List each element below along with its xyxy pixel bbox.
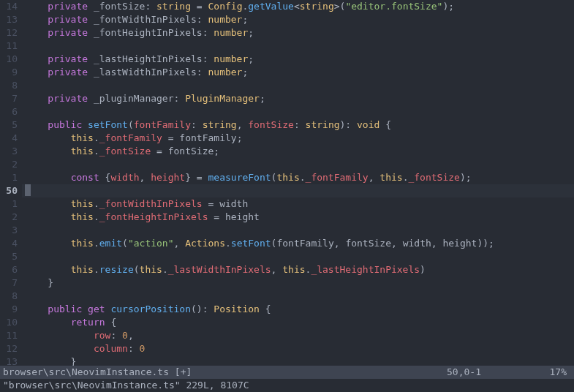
token [88, 53, 94, 64]
code-line[interactable]: const {width, height} = measureFont(this… [22, 171, 574, 184]
code-line[interactable]: public setFont(fontFamily: string, fontS… [22, 118, 574, 132]
token [25, 67, 48, 78]
token-prop: column [94, 343, 128, 354]
code-line[interactable]: this.resize(this._lastWidthInPixels, thi… [22, 263, 574, 276]
line-number: 8 [0, 290, 18, 303]
line-number: 8 [0, 79, 18, 92]
token-prop: width [110, 172, 139, 183]
code-line[interactable]: return { [22, 316, 574, 329]
token-id: height [225, 211, 260, 222]
code-line[interactable] [22, 250, 574, 263]
token: : [203, 53, 214, 64]
token-fn: resize [99, 264, 134, 275]
code-line[interactable]: this._fontSize = fontSize; [22, 145, 574, 158]
code-line[interactable]: private _fontSize: string = Config.getVa… [22, 0, 574, 13]
token [25, 146, 71, 157]
token-kw: private [48, 53, 88, 64]
token: , [369, 172, 380, 183]
token: , [271, 264, 283, 275]
code-line[interactable] [22, 290, 574, 303]
code-line[interactable]: this._fontWidthInPixels = width [22, 197, 574, 211]
token: ; [260, 93, 265, 104]
token-prop: _fontFamily [306, 172, 369, 183]
token: , [431, 238, 443, 249]
code-line[interactable] [22, 158, 574, 171]
token: >( [334, 1, 346, 12]
token: = [162, 132, 179, 143]
line-number: 6 [0, 105, 18, 118]
token-kw: return [71, 317, 105, 328]
code-area[interactable]: 1413121110987654321501234567891011121314… [0, 0, 574, 366]
token [25, 93, 48, 104]
token: . [94, 238, 99, 249]
token-kw: private [48, 93, 88, 104]
token [25, 119, 48, 130]
token-id: _lastWidthInPixels [94, 67, 197, 78]
code-line[interactable]: private _lastHeightInPixels: number; [22, 53, 574, 66]
token-kw: public [48, 119, 82, 130]
token-this: this [379, 172, 402, 183]
token [25, 211, 71, 222]
token: = [208, 211, 224, 222]
code-line[interactable]: private _lastWidthInPixels: number; [22, 66, 574, 79]
token: { [99, 172, 111, 183]
token-this: this [71, 146, 94, 157]
code-line[interactable]: private _fontWidthInPixels: number; [22, 13, 574, 26]
token [25, 1, 48, 12]
code-line[interactable]: column: 0 [22, 342, 574, 355]
code-line[interactable]: this._fontFamily = fontFamily; [22, 132, 574, 145]
line-number: 6 [0, 263, 18, 276]
token-fn: getValue [248, 1, 294, 12]
status-bar: browser\src\NeovimInstance.ts [+] 50,0-1… [0, 366, 574, 379]
line-number: 7 [0, 276, 18, 290]
token-id: _pluginManager [94, 93, 174, 104]
token-id: _fontWidthInPixels [94, 14, 197, 25]
token: , [334, 238, 346, 249]
code-line[interactable] [22, 39, 574, 53]
token-fn: emit [99, 238, 122, 249]
code-content[interactable]: private _fontSize: string = Config.getVa… [22, 0, 574, 366]
token-id: fontFamily [179, 132, 236, 143]
code-line[interactable]: this.emit("action", Actions.setFont(font… [22, 237, 574, 250]
token-ty: Config [208, 1, 243, 12]
code-line[interactable]: public get cursorPosition(): Position { [22, 303, 574, 316]
token-kw: private [48, 67, 88, 78]
token: . [300, 172, 306, 183]
code-line[interactable]: private _fontHeightInPixels: number; [22, 26, 574, 39]
code-line[interactable]: row: 0, [22, 329, 574, 342]
token: ( [122, 238, 128, 249]
code-line[interactable] [22, 224, 574, 237]
token-id: width [219, 198, 248, 209]
code-line[interactable] [22, 184, 574, 197]
token-kw: get [88, 304, 105, 314]
token: ); [442, 1, 454, 12]
code-line[interactable]: this._fontHeightInPixels = height [22, 211, 574, 224]
token: } = [185, 172, 208, 183]
token: : [203, 27, 214, 38]
token: , [174, 238, 186, 249]
token: : [110, 330, 122, 341]
command-line[interactable]: "browser\src\NeovimInstance.ts" 229L, 81… [0, 379, 574, 392]
token-prop: height [151, 172, 185, 183]
code-line[interactable] [22, 79, 574, 92]
token: . [94, 132, 99, 143]
token: ) [420, 264, 426, 275]
token-this: this [140, 264, 162, 275]
status-file-path: browser\src\NeovimInstance.ts [+] [3, 366, 447, 379]
token-prop: _fontFamily [99, 132, 162, 143]
line-number: 9 [0, 303, 18, 316]
code-line[interactable] [22, 105, 574, 118]
code-line[interactable]: } [22, 276, 574, 290]
code-line[interactable]: } [22, 355, 574, 366]
token-id: fontFamily [276, 238, 333, 249]
line-number: 2 [0, 211, 18, 224]
line-number: 11 [0, 329, 18, 342]
token-kw: private [48, 14, 88, 25]
token: } [25, 277, 53, 288]
token-this: this [71, 211, 94, 222]
token-prop: _lastHeightInPixels [311, 264, 420, 275]
token-prop: fontSize [248, 119, 294, 130]
token [25, 343, 94, 354]
code-line[interactable]: private _pluginManager: PluginManager; [22, 92, 574, 105]
token: { [105, 317, 117, 328]
